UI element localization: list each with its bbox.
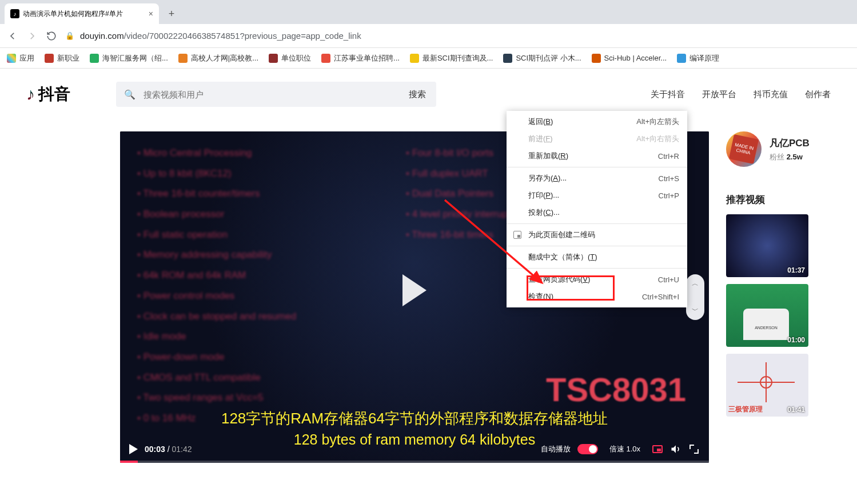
autoplay-toggle[interactable] — [577, 444, 598, 454]
chevron-down-icon[interactable]: ﹀ — [692, 306, 699, 315]
header-link[interactable]: 抖币充值 — [754, 89, 788, 100]
search-input[interactable] — [144, 90, 398, 99]
bookmark-favicon — [592, 54, 601, 63]
browser-tab-bar: ♪ 动画演示单片机如何跑程序#单片 × + — [0, 0, 857, 24]
recommend-title: 推荐视频 — [726, 193, 840, 206]
play-icon[interactable] — [402, 274, 426, 306]
douyin-favicon: ♪ — [10, 9, 19, 18]
speed-button[interactable]: 倍速 1.0x — [609, 444, 640, 454]
bookmark-favicon — [321, 54, 330, 63]
caption-cn: 128字节的RAM存储器64字节的外部程序和数据存储器地址 — [120, 409, 709, 429]
bookmark-favicon — [45, 54, 54, 63]
context-menu: 返回(B)Alt+向左箭头前进(F)Alt+向右箭头重新加载(R)Ctrl+R另… — [507, 111, 687, 307]
context-menu-item[interactable]: 检查(N)Ctrl+Shift+I — [507, 288, 687, 305]
tab-title: 动画演示单片机如何跑程序#单片 — [23, 9, 123, 19]
video-sidebar: MADE INCHINA 凡亿PCB 粉丝 2.5w 推荐视频 01:37 01… — [726, 131, 840, 463]
douyin-logo[interactable]: ♪ 抖音 — [26, 83, 70, 105]
context-menu-item: 前进(F)Alt+向右箭头 — [507, 130, 687, 147]
bookmark-item[interactable]: SCI期刊点评 小木... — [503, 53, 581, 63]
browser-tab[interactable]: ♪ 动画演示单片机如何跑程序#单片 × — [5, 3, 159, 24]
volume-icon[interactable] — [670, 443, 681, 455]
lock-icon: 🔒 — [65, 31, 74, 40]
uploader-info[interactable]: MADE INCHINA 凡亿PCB 粉丝 2.5w — [726, 131, 840, 167]
video-scroll-capsule[interactable]: ︿ ﹀ — [686, 274, 704, 320]
context-menu-item[interactable]: 返回(B)Alt+向左箭头 — [507, 113, 687, 130]
context-menu-item[interactable]: 翻成中文（简体）(T) — [507, 249, 687, 266]
header-link[interactable]: 关于抖音 — [651, 89, 685, 100]
bookmark-item[interactable]: Sci-Hub | Acceler... — [592, 54, 667, 63]
close-tab-icon[interactable]: × — [149, 9, 153, 18]
recommend-item[interactable]: 三极管原理01:41 — [726, 354, 808, 417]
bookmark-favicon — [269, 54, 278, 63]
bookmark-item[interactable]: 高校人才网|高校教... — [178, 53, 258, 63]
search-button[interactable]: 搜索 — [398, 82, 436, 107]
video-time: 00:03 / 01:42 — [145, 445, 192, 454]
uploader-name: 凡亿PCB — [770, 137, 810, 150]
new-tab-button[interactable]: + — [164, 6, 180, 22]
bookmarks-bar: 应用 新职业海智汇服务网（绍...高校人才网|高校教...单位职位江苏事业单位招… — [0, 48, 857, 69]
uploader-avatar[interactable]: MADE INCHINA — [726, 131, 762, 167]
bookmark-favicon — [178, 54, 188, 63]
bookmark-item[interactable]: 最新SCI期刊查询及... — [410, 53, 493, 63]
header-link[interactable]: 开放平台 — [702, 89, 736, 100]
back-button[interactable] — [7, 30, 18, 42]
main-content: • Micro Central Processing• Up to 8 kbit… — [0, 120, 857, 463]
video-chip-label: TSC8031 — [546, 370, 686, 409]
chevron-up-icon[interactable]: ︿ — [692, 279, 699, 289]
bookmark-favicon — [503, 54, 512, 63]
forward-button — [26, 30, 38, 42]
bookmark-item[interactable]: 海智汇服务网（绍... — [90, 53, 168, 63]
fullscreen-icon[interactable] — [688, 443, 700, 455]
context-menu-item[interactable]: 另存为(A)...Ctrl+S — [507, 170, 687, 187]
context-menu-item[interactable]: 重新加载(R)Ctrl+R — [507, 147, 687, 165]
recommend-item[interactable]: 01:37 — [726, 214, 808, 277]
bookmark-favicon — [410, 54, 419, 63]
bookmark-item[interactable]: 江苏事业单位招聘... — [321, 53, 400, 63]
music-note-icon: ♪ — [26, 85, 35, 104]
url-display[interactable]: 🔒 douyin.com/video/7000222046638574851?p… — [65, 31, 850, 41]
context-menu-item[interactable]: 查看网页源代码(V)Ctrl+U — [507, 271, 687, 288]
apps-button[interactable]: 应用 — [7, 53, 34, 63]
bookmark-item[interactable]: 编译原理 — [677, 53, 719, 63]
recommend-item[interactable]: 01:00 — [726, 284, 808, 347]
search-icon: 🔍 — [116, 89, 144, 100]
video-controls: 00:03 / 01:42 自动播放 倍速 1.0x — [120, 435, 709, 463]
address-bar: 🔒 douyin.com/video/7000222046638574851?p… — [0, 24, 857, 48]
page-header: ♪ 抖音 🔍 搜索 关于抖音开放平台抖币充值创作者 — [0, 69, 857, 120]
context-menu-item[interactable]: 为此页面创建二维码 — [507, 226, 687, 243]
bookmark-item[interactable]: 单位职位 — [269, 53, 311, 63]
search-box: 🔍 搜索 — [116, 82, 436, 107]
qrcode-icon — [513, 231, 521, 239]
play-button[interactable] — [129, 444, 138, 454]
autoplay-label: 自动播放 — [541, 444, 571, 454]
bookmark-favicon — [677, 54, 686, 63]
bookmark-item[interactable]: 新职业 — [45, 53, 79, 63]
progress-bar[interactable] — [120, 461, 709, 463]
uploader-fans: 粉丝 2.5w — [770, 152, 810, 162]
pip-icon[interactable] — [652, 443, 663, 455]
context-menu-item[interactable]: 投射(C)... — [507, 204, 687, 221]
header-link[interactable]: 创作者 — [805, 89, 831, 100]
bookmark-favicon — [90, 54, 99, 63]
context-menu-item[interactable]: 打印(P)...Ctrl+P — [507, 187, 687, 204]
reload-button[interactable] — [46, 30, 57, 42]
